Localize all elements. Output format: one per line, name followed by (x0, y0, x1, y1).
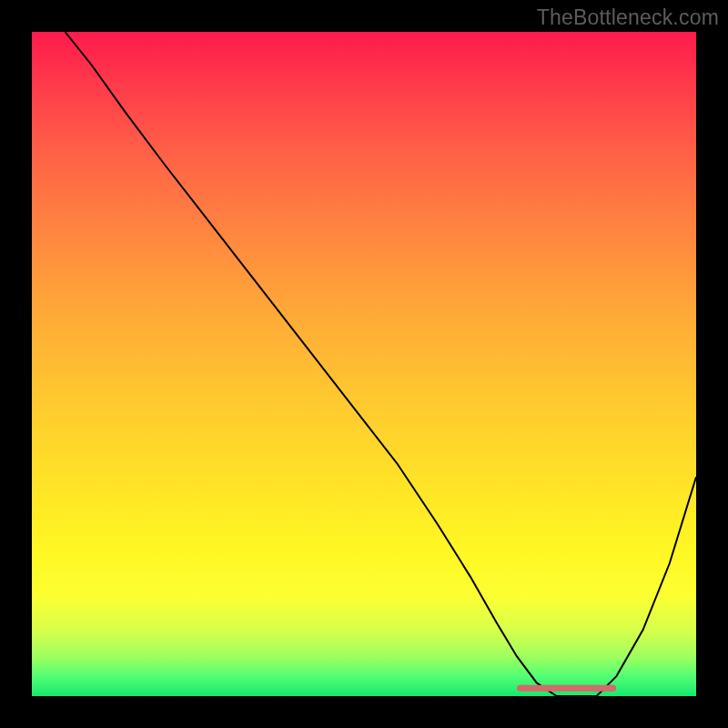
chart-svg (32, 32, 696, 696)
watermark-text: TheBottleneck.com (537, 5, 719, 30)
plot-area (32, 32, 696, 696)
chart-frame: TheBottleneck.com (0, 0, 728, 728)
bottleneck-curve (66, 32, 697, 696)
